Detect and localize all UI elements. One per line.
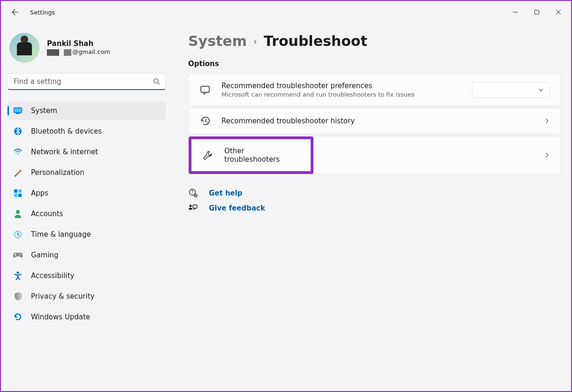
help-icon: ? [188, 188, 198, 197]
sidebar-item-gaming[interactable]: Gaming [8, 246, 166, 264]
maximize-button[interactable] [526, 5, 548, 20]
main-content: System › Troubleshoot Options Recommende… [172, 23, 571, 391]
sidebar-item-network[interactable]: Network & internet [8, 143, 166, 161]
minimize-icon [513, 10, 518, 15]
sidebar-item-update[interactable]: Windows Update [8, 308, 166, 326]
back-button[interactable] [10, 8, 20, 17]
window-controls [504, 5, 569, 20]
sidebar-item-label: Windows Update [31, 313, 90, 321]
sidebar-item-time[interactable]: Time & language [8, 225, 166, 244]
wrench-icon [202, 150, 214, 160]
help-link-label: Get help [209, 189, 243, 197]
svg-rect-11 [18, 194, 22, 197]
get-help-link[interactable]: ? Get help [188, 188, 561, 197]
sidebar-item-accessibility[interactable]: Accessibility [8, 266, 166, 285]
sidebar-item-label: Privacy & security [31, 292, 94, 301]
svg-rect-3 [15, 108, 22, 113]
close-icon [556, 10, 561, 15]
breadcrumb-parent[interactable]: System [188, 33, 247, 49]
accounts-icon [13, 209, 23, 219]
sidebar-item-label: Gaming [31, 251, 59, 259]
chevron-down-icon [538, 87, 544, 93]
sidebar-item-personalization[interactable]: Personalization [8, 163, 166, 182]
sidebar-item-label: Apps [31, 189, 48, 197]
svg-point-15 [19, 254, 20, 255]
sidebar-item-bluetooth[interactable]: Bluetooth & devices [8, 122, 166, 141]
sidebar-item-privacy[interactable]: Privacy & security [8, 287, 166, 306]
profile-name: Pankil Shah [47, 39, 110, 49]
breadcrumb: System › Troubleshoot [188, 33, 561, 49]
svg-rect-0 [535, 10, 539, 15]
personalization-icon [13, 168, 23, 177]
sidebar-item-label: Bluetooth & devices [31, 127, 102, 136]
feedback-icon [188, 204, 198, 212]
option-title: Recommended troubleshooter history [221, 117, 534, 125]
help-links: ? Get help Give feedback [188, 188, 561, 212]
option-other-troubleshooters[interactable]: Other troubleshooters [188, 136, 561, 174]
search-input[interactable] [8, 73, 166, 90]
sidebar-item-apps[interactable]: Apps [8, 184, 166, 203]
profile-block[interactable]: Pankil Shah @gmail.com [8, 33, 166, 63]
search-box[interactable] [8, 73, 166, 90]
svg-point-12 [16, 210, 20, 214]
svg-point-21 [190, 205, 192, 207]
minimize-button[interactable] [504, 5, 526, 20]
history-icon [199, 116, 211, 126]
chevron-right-icon: › [253, 36, 257, 47]
update-icon [13, 312, 23, 322]
redacted-block [47, 49, 59, 56]
svg-rect-22 [193, 205, 197, 208]
close-button[interactable] [548, 5, 569, 20]
sidebar-item-label: Accessibility [31, 271, 74, 280]
privacy-icon [13, 292, 23, 301]
svg-point-6 [17, 153, 19, 155]
profile-email: @gmail.com [47, 48, 110, 56]
chevron-right-icon [544, 151, 550, 160]
title-bar: Settings [1, 1, 571, 23]
give-feedback-link[interactable]: Give feedback [188, 204, 561, 212]
search-icon [153, 78, 160, 87]
svg-rect-4 [16, 113, 20, 114]
sidebar-item-label: Personalization [31, 168, 84, 177]
avatar [9, 33, 39, 63]
accessibility-icon [13, 271, 23, 280]
chat-icon [199, 85, 211, 95]
apps-icon [13, 188, 23, 198]
option-title: Recommended troubleshooter preferences [221, 82, 462, 90]
system-icon [13, 106, 23, 115]
svg-text:?: ? [191, 190, 193, 195]
gaming-icon [13, 250, 23, 260]
sidebar: Pankil Shah @gmail.com System Blu [1, 23, 172, 391]
sidebar-item-label: Time & language [31, 230, 91, 239]
sidebar-item-label: Accounts [31, 210, 63, 218]
redacted-block [64, 49, 71, 56]
chevron-right-icon [544, 117, 550, 126]
svg-point-16 [17, 271, 19, 274]
sidebar-item-label: Network & internet [31, 148, 98, 156]
sidebar-item-accounts[interactable]: Accounts [8, 204, 166, 223]
svg-rect-17 [201, 86, 209, 92]
highlight-box: Other troubleshooters [189, 136, 313, 174]
preferences-dropdown[interactable] [472, 82, 550, 98]
section-title: Options [188, 60, 561, 68]
network-icon [13, 147, 23, 157]
option-recommended-preferences[interactable]: Recommended troubleshooter preferences M… [188, 74, 561, 106]
svg-point-1 [154, 79, 158, 83]
svg-rect-8 [14, 189, 17, 193]
nav: System Bluetooth & devices Network & int… [8, 101, 166, 326]
option-troubleshooter-history[interactable]: Recommended troubleshooter history [188, 108, 561, 134]
time-icon [13, 230, 23, 239]
svg-point-7 [20, 170, 22, 172]
help-link-label: Give feedback [209, 204, 265, 212]
svg-rect-9 [18, 189, 22, 193]
svg-rect-10 [14, 194, 17, 197]
option-title: Other troubleshooters [224, 147, 300, 164]
sidebar-item-system[interactable]: System [8, 101, 166, 120]
maximize-icon [534, 10, 539, 15]
back-arrow-icon [11, 8, 19, 16]
window-title: Settings [30, 9, 55, 16]
bluetooth-icon [13, 127, 23, 136]
option-subtitle: Microsoft can recommend and run troubles… [221, 91, 462, 98]
sidebar-item-label: System [31, 106, 57, 115]
page-title: Troubleshoot [264, 33, 367, 49]
